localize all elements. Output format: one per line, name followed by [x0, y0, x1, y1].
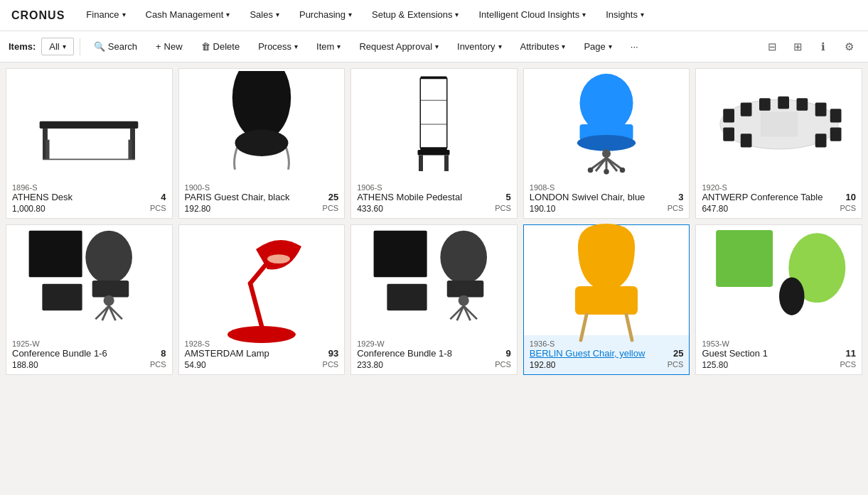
- search-button[interactable]: 🔍 Search: [86, 37, 145, 56]
- item-code: 1925-W: [12, 339, 166, 348]
- item-card[interactable]: ··· 1936-S BERLIN Guest Chair, yellow 25…: [523, 224, 690, 375]
- svg-rect-31: [740, 102, 751, 116]
- item-unit: PCS: [668, 204, 684, 214]
- item-image: [351, 69, 517, 179]
- item-price: 54.90: [185, 360, 206, 370]
- item-name: AMSTERDAM Lamp: [185, 348, 323, 359]
- item-code: 1906-S: [357, 183, 511, 192]
- item-info: 1925-W Conference Bundle 1-6 8 188.80 PC…: [6, 335, 172, 374]
- item-card[interactable]: ··· 1925-W Conference Bundle 1-6 8 188.8…: [6, 224, 173, 375]
- filter-icon: ⊟: [768, 40, 777, 53]
- svg-rect-33: [778, 96, 789, 109]
- item-price: 125.80: [702, 360, 728, 370]
- item-card[interactable]: ··· 1920-S ANTWERP Conference Table 10 6…: [695, 68, 862, 219]
- item-unit: PCS: [840, 360, 856, 370]
- item-unit: PCS: [323, 204, 339, 214]
- svg-rect-38: [740, 134, 751, 147]
- item-image: [696, 225, 862, 335]
- attributes-button[interactable]: Attributes ▾: [513, 37, 574, 56]
- svg-rect-13: [418, 150, 450, 156]
- delete-button[interactable]: 🗑 Delete: [193, 37, 248, 56]
- item-name-row: Guest Section 1 11: [702, 348, 856, 359]
- item-card[interactable]: ··· 1953-W Guest Section 1 11 125.80 PCS: [695, 224, 862, 375]
- item-info: 1929-W Conference Bundle 1-8 9 233.80 PC…: [351, 335, 517, 374]
- toolbar-divider: [80, 38, 80, 55]
- nav-cash-management[interactable]: Cash Management ▾: [136, 0, 240, 31]
- nav-purchasing[interactable]: Purchasing ▾: [289, 0, 362, 31]
- item-card[interactable]: ··· 1900-S PARIS Guest Chair, black 25 1…: [178, 68, 345, 219]
- trash-icon: 🗑: [201, 41, 210, 52]
- chevron-down-icon: ▾: [63, 43, 66, 50]
- chevron-down-icon: ▾: [276, 11, 279, 18]
- item-quantity: 25: [673, 348, 683, 359]
- item-card[interactable]: ··· 1908-S LONDON Swivel Chair, blue 3 1…: [523, 68, 690, 219]
- nav-setup-extensions[interactable]: Setup & Extensions ▾: [362, 0, 468, 31]
- filter-all-button[interactable]: All ▾: [41, 38, 73, 55]
- item-unit: PCS: [150, 360, 166, 370]
- item-name-row: ANTWERP Conference Table 10: [702, 192, 856, 202]
- info-button[interactable]: ℹ: [813, 36, 834, 58]
- svg-point-50: [227, 326, 296, 343]
- item-name-row: ATHENS Desk 4: [12, 192, 166, 202]
- inventory-button[interactable]: Inventory ▾: [449, 37, 509, 56]
- chevron-down-icon: ▾: [435, 43, 439, 50]
- item-name: BERLIN Guest Chair, yellow: [530, 348, 668, 359]
- nav-insights[interactable]: Insights ▾: [596, 0, 654, 31]
- process-button[interactable]: Process ▾: [250, 37, 306, 56]
- item-name-row: LONDON Swivel Chair, blue 3: [530, 192, 684, 202]
- svg-rect-37: [723, 127, 734, 141]
- view-options-button[interactable]: ⊞: [787, 36, 808, 58]
- view-options-icon: ⊞: [793, 40, 803, 53]
- item-code: 1900-S: [185, 183, 339, 192]
- new-button[interactable]: + New: [148, 37, 191, 56]
- item-card[interactable]: ··· 1906-S ATHENS Mobile Pedestal 5 433.…: [350, 68, 518, 219]
- item-name: Conference Bundle 1-8: [357, 348, 500, 359]
- filter-icon-button[interactable]: ⊟: [761, 36, 783, 58]
- item-info: 1906-S ATHENS Mobile Pedestal 5 433.60 P…: [351, 179, 517, 218]
- item-price-row: 54.90 PCS: [185, 360, 339, 370]
- svg-point-19: [602, 149, 611, 158]
- svg-point-16: [580, 73, 633, 132]
- svg-point-26: [620, 167, 626, 173]
- item-name: ANTWERP Conference Table: [702, 192, 840, 202]
- svg-rect-63: [575, 286, 638, 315]
- svg-point-27: [604, 169, 609, 175]
- item-name-row: ATHENS Mobile Pedestal 5: [357, 192, 511, 202]
- nav-sales[interactable]: Sales ▾: [240, 0, 289, 31]
- nav-intelligent-cloud[interactable]: Intelligent Cloud Insights ▾: [468, 0, 596, 31]
- item-card[interactable]: ··· 1928-S AMSTERDAM Lamp 93 54.90 PCS: [178, 224, 345, 375]
- item-image: [524, 225, 690, 335]
- svg-point-25: [588, 167, 594, 173]
- item-unit: PCS: [495, 360, 511, 370]
- request-approval-button[interactable]: Request Approval ▾: [351, 37, 446, 56]
- item-quantity: 25: [328, 192, 338, 202]
- item-button[interactable]: Item ▾: [309, 37, 348, 56]
- item-name: PARIS Guest Chair, black: [185, 192, 323, 202]
- item-quantity: 8: [161, 348, 166, 359]
- nav-menu: Finance ▾ Cash Management ▾ Sales ▾ Purc…: [76, 0, 654, 31]
- svg-rect-4: [129, 139, 132, 159]
- chevron-down-icon: ▾: [337, 43, 341, 50]
- item-quantity: 4: [161, 192, 166, 202]
- item-info: 1953-W Guest Section 1 11 125.80 PCS: [696, 335, 862, 374]
- svg-rect-14: [419, 155, 423, 171]
- item-info: 1896-S ATHENS Desk 4 1,000.80 PCS: [6, 179, 172, 218]
- svg-rect-32: [759, 98, 771, 111]
- settings-button[interactable]: ⚙: [838, 36, 859, 58]
- item-card[interactable]: ··· 1929-W Conference Bundle 1-8 9 233.8…: [350, 224, 518, 375]
- item-name-row: Conference Bundle 1-6 8: [12, 348, 166, 359]
- svg-rect-29: [760, 111, 798, 136]
- page-button[interactable]: Page ▾: [576, 37, 619, 56]
- item-price-row: 1,000.80 PCS: [12, 204, 166, 214]
- item-card[interactable]: ··· 1896-S ATHENS Desk 4 1,000.80 PCS: [6, 68, 173, 219]
- item-image: [179, 69, 345, 179]
- item-unit: PCS: [495, 204, 511, 214]
- item-name-row: Conference Bundle 1-8 9: [357, 348, 511, 359]
- svg-rect-43: [92, 281, 129, 297]
- info-icon: ℹ: [821, 40, 825, 53]
- more-button[interactable]: ···: [623, 37, 646, 56]
- nav-finance[interactable]: Finance ▾: [76, 0, 135, 31]
- item-price-row: 125.80 PCS: [702, 360, 856, 370]
- svg-point-42: [86, 230, 133, 283]
- svg-rect-54: [374, 230, 427, 277]
